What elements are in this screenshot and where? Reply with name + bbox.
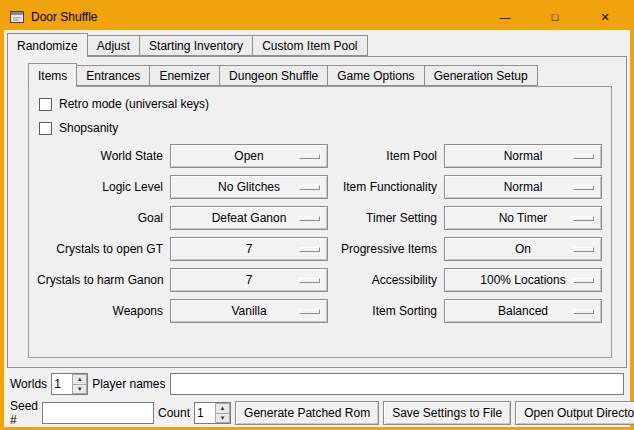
- tab-starting-inventory[interactable]: Starting Inventory: [139, 35, 253, 56]
- accessibility-value: 100% Locations: [480, 273, 565, 287]
- item-sorting-dropdown[interactable]: Balanced: [444, 299, 602, 323]
- tab-generation-setup[interactable]: Generation Setup: [424, 65, 538, 86]
- dropdown-indicator-icon: [573, 154, 594, 159]
- dropdown-indicator-icon: [573, 309, 594, 314]
- close-icon: ✕: [600, 12, 609, 23]
- dropdown-indicator-icon: [299, 154, 320, 159]
- weapons-value: Vanilla: [231, 304, 266, 318]
- progressive-items-dropdown[interactable]: On: [444, 237, 602, 261]
- player-names-label: Player names: [92, 377, 165, 391]
- count-label: Count: [158, 406, 190, 420]
- tab-items[interactable]: Items: [28, 63, 77, 87]
- dropdown-indicator-icon: [573, 185, 594, 190]
- dropdown-indicator-icon: [573, 247, 594, 252]
- weapons-dropdown[interactable]: Vanilla: [170, 299, 328, 323]
- crystals-harm-ganon-dropdown[interactable]: 7: [170, 268, 328, 292]
- worlds-input[interactable]: [52, 374, 72, 394]
- timer-setting-dropdown[interactable]: No Timer: [444, 206, 602, 230]
- client-area: Randomize Adjust Starting Inventory Cust…: [4, 30, 630, 427]
- accessibility-dropdown[interactable]: 100% Locations: [444, 268, 602, 292]
- tab-entrances[interactable]: Entrances: [76, 65, 150, 86]
- crystals-open-gt-label: Crystals to open GT: [37, 242, 163, 256]
- shopsanity-label[interactable]: Shopsanity: [59, 121, 118, 135]
- item-pool-value: Normal: [504, 149, 543, 163]
- player-names-input[interactable]: [170, 373, 625, 395]
- dropdown-indicator-icon: [299, 216, 320, 221]
- tab-randomize[interactable]: Randomize: [7, 33, 88, 57]
- item-sorting-label: Item Sorting: [335, 304, 437, 318]
- window-title: Door Shuffle: [31, 10, 98, 24]
- count-spinner: ▲ ▼: [194, 402, 231, 424]
- generate-row: Seed # Count ▲ ▼ Generate Patched Rom Sa…: [7, 399, 627, 427]
- crystals-open-gt-dropdown[interactable]: 7: [170, 237, 328, 261]
- minimize-button[interactable]: —: [480, 4, 530, 30]
- close-button[interactable]: ✕: [580, 4, 630, 30]
- count-spin-arrows: ▲ ▼: [215, 403, 230, 423]
- world-state-dropdown[interactable]: Open: [170, 144, 328, 168]
- seed-input[interactable]: [42, 402, 154, 424]
- weapons-label: Weapons: [37, 304, 163, 318]
- spin-up-icon[interactable]: ▲: [215, 403, 230, 414]
- crystals-harm-ganon-label: Crystals to harm Ganon: [37, 273, 163, 287]
- goal-label: Goal: [37, 211, 163, 225]
- items-panel: Retro mode (universal keys) Shopsanity W…: [28, 86, 612, 358]
- dropdown-indicator-icon: [299, 309, 320, 314]
- goal-value: Defeat Ganon: [212, 211, 287, 225]
- timer-setting-label: Timer Setting: [335, 211, 437, 225]
- progressive-items-label: Progressive Items: [335, 242, 437, 256]
- retro-mode-label[interactable]: Retro mode (universal keys): [59, 97, 209, 111]
- minimize-icon: —: [500, 12, 511, 23]
- spin-up-icon[interactable]: ▲: [72, 374, 87, 385]
- logic-level-dropdown[interactable]: No Glitches: [170, 175, 328, 199]
- progressive-items-value: On: [515, 242, 531, 256]
- options-grid: World State Open Item Pool Normal Logic …: [37, 144, 603, 323]
- open-output-directory-button[interactable]: Open Output Directory: [515, 401, 634, 425]
- crystals-open-gt-value: 7: [246, 242, 253, 256]
- dropdown-indicator-icon: [573, 216, 594, 221]
- tab-dungeon-shuffle[interactable]: Dungeon Shuffle: [219, 65, 328, 86]
- tab-adjust[interactable]: Adjust: [87, 35, 140, 56]
- item-functionality-label: Item Functionality: [335, 180, 437, 194]
- spin-down-icon[interactable]: ▼: [215, 414, 230, 424]
- worlds-label: Worlds: [10, 377, 47, 391]
- dropdown-indicator-icon: [299, 185, 320, 190]
- spin-down-icon[interactable]: ▼: [72, 385, 87, 395]
- window-controls: — □ ✕: [480, 4, 630, 30]
- shopsanity-row: Shopsanity: [37, 116, 603, 140]
- generate-patched-rom-button[interactable]: Generate Patched Rom: [235, 401, 379, 425]
- outer-tab-bar: Randomize Adjust Starting Inventory Cust…: [7, 32, 627, 56]
- inner-tab-bar: Items Entrances Enemizer Dungeon Shuffle…: [8, 62, 626, 86]
- save-settings-button[interactable]: Save Settings to File: [383, 401, 511, 425]
- item-functionality-dropdown[interactable]: Normal: [444, 175, 602, 199]
- titlebar[interactable]: Door Shuffle — □ ✕: [4, 4, 630, 30]
- maximize-button[interactable]: □: [530, 4, 580, 30]
- worlds-row: Worlds ▲ ▼ Player names: [7, 373, 627, 395]
- goal-dropdown[interactable]: Defeat Ganon: [170, 206, 328, 230]
- tab-game-options[interactable]: Game Options: [327, 65, 424, 86]
- dropdown-indicator-icon: [299, 247, 320, 252]
- world-state-label: World State: [37, 149, 163, 163]
- item-functionality-value: Normal: [504, 180, 543, 194]
- crystals-harm-ganon-value: 7: [246, 273, 253, 287]
- app-icon: [9, 9, 25, 25]
- dropdown-indicator-icon: [299, 278, 320, 283]
- seed-label: Seed #: [10, 399, 38, 427]
- maximize-icon: □: [552, 12, 559, 23]
- count-input[interactable]: [195, 403, 215, 423]
- tab-custom-item-pool[interactable]: Custom Item Pool: [252, 35, 367, 56]
- dropdown-indicator-icon: [573, 278, 594, 283]
- item-pool-label: Item Pool: [335, 149, 437, 163]
- worlds-spinner: ▲ ▼: [51, 373, 88, 395]
- accessibility-label: Accessibility: [335, 273, 437, 287]
- item-pool-dropdown[interactable]: Normal: [444, 144, 602, 168]
- shopsanity-checkbox[interactable]: [39, 122, 52, 135]
- randomize-panel: Items Entrances Enemizer Dungeon Shuffle…: [7, 56, 627, 368]
- retro-mode-row: Retro mode (universal keys): [37, 92, 603, 116]
- world-state-value: Open: [234, 149, 263, 163]
- item-sorting-value: Balanced: [498, 304, 548, 318]
- retro-mode-checkbox[interactable]: [39, 98, 52, 111]
- tab-enemizer[interactable]: Enemizer: [149, 65, 220, 86]
- timer-setting-value: No Timer: [499, 211, 548, 225]
- worlds-spin-arrows: ▲ ▼: [72, 374, 87, 394]
- logic-level-label: Logic Level: [37, 180, 163, 194]
